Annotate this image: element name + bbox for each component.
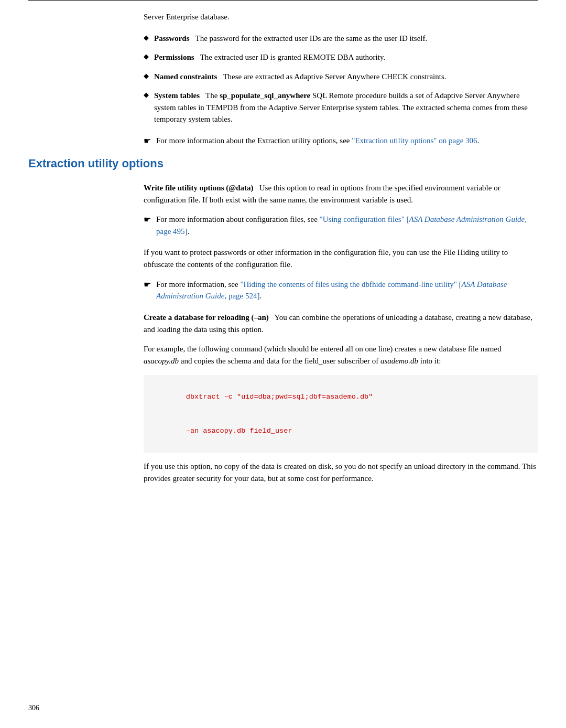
section-heading-text: Extraction utility options (28, 157, 164, 170)
note-text-1: For more information about the Extractio… (156, 135, 479, 147)
page-container: Server Enterprise database. ◆ Passwords … (0, 0, 566, 728)
bullet-passwords-desc: The password for the extracted user IDs … (190, 34, 428, 42)
create-db-term: Create a database for reloading (–an) (144, 313, 269, 322)
para3-text: If you use this option, no copy of the d… (144, 462, 536, 483)
bullet-diamond-icon: ◆ (144, 34, 149, 42)
note3-text-prefix: For more information, see (156, 280, 240, 288)
para1-text: If you want to protect passwords or othe… (144, 248, 508, 269)
code-line1: dbxtract –c "uid=dba;pwd=sql;dbf=asademo… (186, 393, 373, 401)
bullet-named-constraints-term: Named constraints (154, 72, 217, 81)
bullet-diamond-icon: ◆ (144, 72, 149, 80)
list-item: ◆ Permissions The extracted user ID is g… (144, 51, 538, 63)
bullet-system-tables: System tables The sp_populate_sql_anywhe… (154, 90, 538, 125)
list-item: ◆ Named constraints These are extracted … (144, 71, 538, 83)
para2-italic1: asacopy.db (144, 357, 179, 365)
intro-paragraph: Server Enterprise database. (144, 11, 538, 23)
para2-end: into it: (418, 357, 441, 365)
para2-prefix: For example, the following command (whic… (144, 345, 502, 353)
subsection-write-file: Write file utility options (@data) Use t… (144, 182, 538, 207)
list-item: ◆ System tables The sp_populate_sql_anyw… (144, 90, 538, 125)
bullet-permissions: Permissions The extracted user ID is gra… (154, 51, 385, 63)
bullet-system-tables-desc-prefix: The (200, 91, 220, 100)
list-item: ◆ Passwords The password for the extract… (144, 33, 538, 45)
note3-period: . (259, 292, 262, 300)
subsection-content: Write file utility options (@data) Use t… (144, 182, 538, 485)
bullet-system-tables-bold: sp_populate_sql_anywhere (220, 91, 310, 100)
code-line2: –an asacopy.db field_user (186, 427, 292, 435)
note2-period: . (188, 227, 190, 235)
para2-middle: and copies the schema and data for the f… (179, 357, 380, 365)
note1-link[interactable]: "Extraction utility options" on page 306 (352, 136, 477, 145)
bullet-permissions-term: Permissions (154, 53, 194, 61)
note-block-1: ☛ For more information about the Extract… (144, 135, 538, 147)
code-block: dbxtract –c "uid=dba;pwd=sql;dbf=asademo… (144, 375, 538, 454)
subsection-create-db: Create a database for reloading (–an) Yo… (144, 312, 538, 336)
para2: For example, the following command (whic… (144, 343, 538, 368)
bullet-diamond-icon: ◆ (144, 52, 149, 61)
para3: If you use this option, no copy of the d… (144, 461, 538, 485)
note1-text: For more information about the Extractio… (156, 136, 352, 145)
bullet-passwords: Passwords The password for the extracted… (154, 33, 427, 45)
intro-text: Server Enterprise database. (144, 13, 230, 21)
bullet-passwords-term: Passwords (154, 34, 190, 42)
note-block-3: ☛ For more information, see "Hiding the … (144, 279, 538, 302)
note-icon-1: ☛ (144, 135, 151, 147)
bullet-named-constraints-desc: These are extracted as Adaptive Server A… (217, 72, 446, 81)
bullet-list: ◆ Passwords The password for the extract… (144, 33, 538, 125)
bullet-diamond-icon: ◆ (144, 91, 149, 99)
note-text-3: For more information, see "Hiding the co… (156, 279, 538, 302)
note2-text-prefix: For more information about configuration… (156, 215, 320, 223)
content-area: Server Enterprise database. ◆ Passwords … (0, 1, 566, 513)
bullet-system-tables-term: System tables (154, 91, 200, 100)
bullet-permissions-desc: The extracted user ID is granted REMOTE … (194, 53, 386, 61)
note-text-2: For more information about configuration… (156, 213, 538, 237)
note-icon-2: ☛ (144, 213, 151, 226)
page-number: 306 (28, 704, 39, 712)
write-file-term: Write file utility options (@data) (144, 184, 254, 192)
note-icon-3: ☛ (144, 279, 151, 291)
note-block-2: ☛ For more information about configurati… (144, 213, 538, 237)
bullet-named-constraints: Named constraints These are extracted as… (154, 71, 447, 83)
section-heading-extraction: Extraction utility options (28, 157, 538, 170)
para2-italic2: asademo.db (380, 357, 418, 365)
note1-period: . (477, 136, 480, 145)
para1: If you want to protect passwords or othe… (144, 247, 538, 271)
